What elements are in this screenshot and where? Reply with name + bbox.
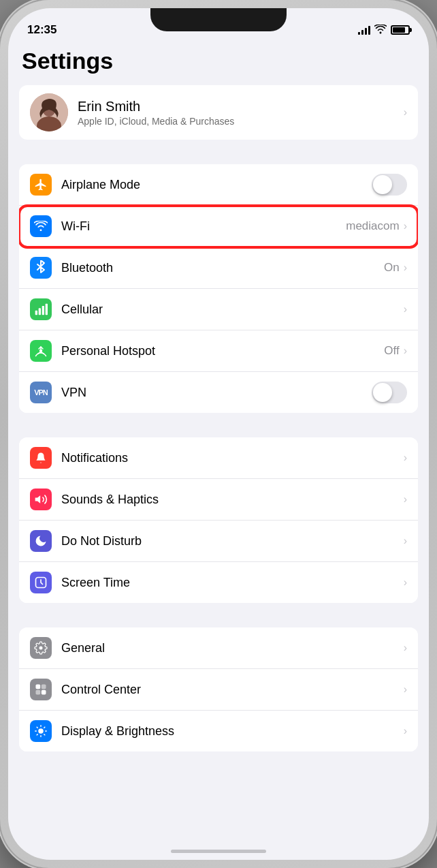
- airplane-row-content: Airplane Mode: [61, 164, 407, 205]
- bluetooth-row-content: Bluetooth On ›: [61, 247, 407, 288]
- hotspot-label: Personal Hotspot: [61, 344, 155, 358]
- settings-group-general: General ›: [19, 627, 418, 751]
- settings-row-display[interactable]: Display & Brightness ›: [19, 711, 418, 751]
- notifications-right: ›: [402, 452, 407, 464]
- settings-row-hotspot[interactable]: Personal Hotspot Off ›: [19, 330, 418, 372]
- cellular-row-content: Cellular ›: [61, 289, 407, 330]
- svg-rect-6: [46, 304, 48, 315]
- svg-rect-5: [42, 306, 44, 315]
- avatar: [30, 93, 68, 131]
- general-icon: [30, 637, 52, 659]
- svg-line-23: [44, 727, 45, 728]
- settings-row-notifications[interactable]: Notifications ›: [19, 437, 418, 479]
- profile-subtitle: Apple ID, iCloud, Media & Purchases: [78, 116, 402, 127]
- settings-section-notifications: Notifications ›: [8, 437, 429, 603]
- display-label: Display & Brightness: [61, 724, 174, 739]
- signal-bars-icon: [358, 25, 370, 35]
- vpn-icon: VPN: [30, 382, 52, 403]
- hotspot-icon: [30, 340, 52, 362]
- settings-row-screentime[interactable]: Screen Time ›: [19, 562, 418, 603]
- settings-row-controlcenter[interactable]: Control Center ›: [19, 669, 418, 711]
- phone-frame: 12:35: [0, 0, 437, 868]
- screen-content[interactable]: Settings Erin Smith Apple: [8, 42, 429, 860]
- svg-line-19: [44, 734, 45, 735]
- svg-point-10: [39, 647, 43, 650]
- display-row-content: Display & Brightness ›: [61, 711, 407, 751]
- dnd-right: ›: [402, 535, 407, 547]
- cellular-right: ›: [402, 303, 407, 315]
- display-right: ›: [402, 725, 407, 737]
- vpn-toggle[interactable]: [372, 382, 407, 403]
- svg-line-22: [37, 734, 37, 735]
- dnd-chevron-icon: ›: [404, 535, 407, 547]
- svg-rect-4: [39, 308, 41, 315]
- profile-row[interactable]: Erin Smith Apple ID, iCloud, Media & Pur…: [19, 85, 418, 140]
- general-row-content: General ›: [61, 627, 407, 668]
- settings-row-dnd[interactable]: Do Not Disturb ›: [19, 521, 418, 562]
- bluetooth-chevron-icon: ›: [404, 262, 407, 274]
- settings-group-connectivity: Airplane Mode: [19, 164, 418, 413]
- svg-point-15: [38, 728, 44, 734]
- controlcenter-right: ›: [402, 683, 407, 696]
- svg-rect-13: [36, 690, 41, 695]
- settings-row-vpn[interactable]: VPN VPN: [19, 372, 418, 413]
- dnd-icon: [30, 530, 52, 552]
- vpn-label: VPN: [61, 386, 86, 400]
- sounds-row-content: Sounds & Haptics ›: [61, 479, 407, 520]
- vpn-right[interactable]: [372, 382, 407, 403]
- profile-info: Erin Smith Apple ID, iCloud, Media & Pur…: [78, 99, 402, 127]
- bluetooth-right: On ›: [384, 261, 407, 275]
- profile-name: Erin Smith: [78, 99, 402, 114]
- bluetooth-icon: [30, 257, 52, 279]
- settings-row-airplane[interactable]: Airplane Mode: [19, 164, 418, 206]
- page-title: Settings: [8, 42, 429, 85]
- wifi-value: mediacom: [346, 219, 399, 233]
- settings-row-bluetooth[interactable]: Bluetooth On ›: [19, 247, 418, 289]
- status-icons: [358, 25, 410, 36]
- wifi-icon: [30, 215, 52, 237]
- settings-row-cellular[interactable]: Cellular ›: [19, 289, 418, 330]
- wifi-label: Wi-Fi: [61, 219, 90, 234]
- general-chevron-icon: ›: [404, 642, 407, 654]
- settings-section-connectivity: Airplane Mode: [8, 164, 429, 413]
- screentime-label: Screen Time: [61, 576, 130, 590]
- svg-rect-3: [35, 311, 37, 315]
- airplane-toggle[interactable]: [372, 174, 407, 196]
- settings-row-wifi[interactable]: Wi-Fi mediacom ›: [19, 206, 418, 247]
- battery-icon: [391, 25, 410, 35]
- hotspot-value: Off: [384, 344, 399, 358]
- bluetooth-value: On: [384, 261, 400, 275]
- profile-chevron-icon: ›: [404, 106, 407, 119]
- sounds-chevron-icon: ›: [404, 493, 407, 506]
- hotspot-right: Off ›: [384, 344, 407, 358]
- status-time: 12:35: [27, 23, 56, 37]
- notifications-chevron-icon: ›: [404, 452, 407, 464]
- cellular-chevron-icon: ›: [404, 303, 407, 315]
- home-indicator: [171, 850, 266, 853]
- notifications-row-content: Notifications ›: [61, 437, 407, 478]
- svg-rect-14: [42, 690, 46, 695]
- svg-marker-8: [35, 495, 41, 503]
- wifi-status-icon: [374, 25, 387, 36]
- controlcenter-row-content: Control Center ›: [61, 669, 407, 710]
- airplane-label: Airplane Mode: [61, 178, 140, 192]
- screentime-chevron-icon: ›: [404, 576, 407, 589]
- hotspot-chevron-icon: ›: [404, 345, 407, 357]
- general-right: ›: [402, 642, 407, 654]
- notifications-label: Notifications: [61, 451, 128, 465]
- wifi-row-content: Wi-Fi mediacom ›: [61, 206, 407, 247]
- settings-row-sounds[interactable]: Sounds & Haptics ›: [19, 479, 418, 521]
- airplane-right[interactable]: [372, 174, 407, 196]
- dnd-row-content: Do Not Disturb ›: [61, 521, 407, 561]
- screentime-icon: [30, 572, 52, 593]
- controlcenter-icon: [30, 679, 52, 700]
- settings-row-general[interactable]: General ›: [19, 627, 418, 669]
- svg-rect-12: [42, 685, 46, 689]
- cellular-label: Cellular: [61, 303, 103, 317]
- settings-group-notifications: Notifications ›: [19, 437, 418, 603]
- controlcenter-chevron-icon: ›: [404, 683, 407, 696]
- settings-section-general: General ›: [8, 627, 429, 751]
- sounds-label: Sounds & Haptics: [61, 493, 159, 507]
- wifi-chevron-icon: ›: [404, 220, 407, 232]
- screentime-right: ›: [402, 576, 407, 589]
